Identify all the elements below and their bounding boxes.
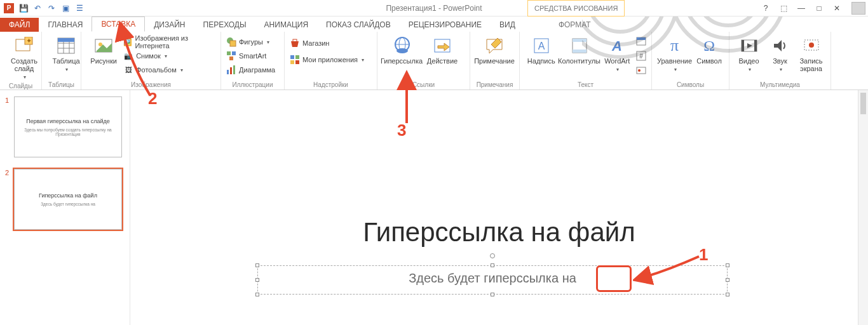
group-comments: Примечание Примечания bbox=[470, 32, 520, 90]
resize-handle[interactable] bbox=[726, 293, 729, 296]
screenshot-label: Снимок bbox=[136, 52, 161, 60]
resize-handle[interactable] bbox=[491, 263, 494, 267]
tab-insert[interactable]: ВСТАВКА bbox=[92, 17, 145, 32]
ribbon-tabs: ФАЙЛ ГЛАВНАЯ ВСТАВКА ДИЗАЙН ПЕРЕХОДЫ АНИ… bbox=[0, 17, 868, 32]
thumbnail-number: 2 bbox=[5, 169, 10, 176]
comment-icon bbox=[484, 36, 505, 56]
slide-canvas-area[interactable]: KONEKTO.RU Гиперссылка на файл Здесь буд… bbox=[130, 90, 868, 325]
wordart-label: WordArt bbox=[604, 57, 630, 65]
action-icon bbox=[432, 36, 452, 56]
online-pictures-label: Изображения из Интернета bbox=[135, 34, 215, 50]
action-button[interactable]: Действие bbox=[423, 34, 461, 65]
undo-icon[interactable]: ↶ bbox=[33, 4, 42, 13]
screen-recording-icon bbox=[801, 36, 822, 56]
save-icon[interactable]: 💾 bbox=[19, 4, 28, 13]
new-slide-button[interactable]: ✦ Создать слайд bbox=[5, 34, 43, 81]
tab-design[interactable]: ДИЗАЙН bbox=[145, 18, 194, 32]
new-slide-icon: ✦ bbox=[14, 36, 34, 56]
svg-text:A: A bbox=[538, 41, 545, 51]
slide-subtitle-textbox[interactable]: Здесь будет гиперссылка на bbox=[257, 265, 728, 295]
equation-label: Уравнение bbox=[657, 57, 692, 65]
group-slides-label: Слайды bbox=[5, 81, 36, 90]
pictures-button[interactable]: Рисунки bbox=[86, 34, 121, 65]
start-from-beginning-icon[interactable]: ▣ bbox=[61, 4, 70, 13]
thumbnail-1[interactable]: Первая гиперссылка на слайде Здесь мы по… bbox=[14, 96, 122, 157]
screenshot-button[interactable]: 📷 Снимок bbox=[123, 50, 215, 62]
table-button[interactable]: Таблица bbox=[47, 34, 85, 74]
audio-button[interactable]: Звук bbox=[766, 34, 794, 74]
group-links-label: Ссылки bbox=[383, 80, 465, 88]
ribbon-display-icon[interactable]: ⬚ bbox=[776, 4, 790, 13]
group-illustrations-label: Иллюстрации bbox=[226, 80, 279, 88]
tab-file[interactable]: ФАЙЛ bbox=[0, 18, 39, 32]
maximize-icon[interactable]: □ bbox=[812, 4, 826, 13]
audio-label: Звук bbox=[773, 57, 787, 65]
touch-mode-icon[interactable]: ☰ bbox=[75, 4, 84, 13]
annotation-rect-1 bbox=[596, 265, 632, 292]
vertical-scrollbar[interactable] bbox=[858, 90, 868, 325]
equation-button[interactable]: π Уравнение bbox=[657, 34, 692, 74]
resize-handle[interactable] bbox=[726, 263, 729, 267]
work-area: 1 Первая гиперссылка на слайде Здесь мы … bbox=[0, 90, 868, 325]
tab-animations[interactable]: АНИМАЦИЯ bbox=[255, 18, 317, 32]
svg-marker-52 bbox=[774, 40, 782, 51]
hyperlink-button[interactable]: Гиперссылка bbox=[383, 34, 421, 65]
slide-subtitle-text[interactable]: Здесь будет гиперссылка на bbox=[258, 266, 727, 286]
svg-rect-50 bbox=[754, 40, 757, 51]
svg-rect-28 bbox=[290, 60, 294, 64]
screen-recording-button[interactable]: Запись экрана bbox=[797, 34, 825, 72]
screen-recording-label: Запись экрана bbox=[797, 57, 825, 72]
resize-handle[interactable] bbox=[255, 263, 259, 267]
resize-handle[interactable] bbox=[726, 278, 729, 282]
group-text-label: Текст bbox=[525, 80, 646, 88]
thumbnail-item[interactable]: 1 Первая гиперссылка на слайде Здесь мы … bbox=[5, 96, 125, 157]
redo-icon[interactable]: ↷ bbox=[47, 4, 56, 13]
resize-handle[interactable] bbox=[255, 278, 259, 282]
thumbnail-2[interactable]: Гиперссылка на файл Здесь будет гиперссы… bbox=[14, 169, 122, 230]
store-button[interactable]: Магазин bbox=[290, 37, 372, 50]
rotate-handle[interactable] bbox=[490, 253, 495, 258]
photo-album-icon: 🖼 bbox=[123, 65, 133, 75]
help-icon[interactable]: ? bbox=[759, 4, 773, 13]
tab-transitions[interactable]: ПЕРЕХОДЫ bbox=[194, 18, 255, 32]
svg-rect-23 bbox=[230, 67, 232, 74]
tab-review[interactable]: РЕЦЕНЗИРОВАНИЕ bbox=[400, 18, 491, 32]
comment-button[interactable]: Примечание bbox=[475, 34, 513, 65]
group-tables-label: Таблицы bbox=[47, 80, 76, 88]
resize-handle[interactable] bbox=[491, 293, 494, 296]
myapps-button[interactable]: Мои приложения bbox=[290, 53, 372, 66]
slide-title[interactable]: Гиперссылка на файл bbox=[130, 217, 868, 248]
video-button[interactable]: Видео bbox=[735, 34, 763, 74]
thumbnail-item[interactable]: 2 Гиперссылка на файл Здесь будет гиперс… bbox=[5, 169, 125, 230]
smartart-button[interactable]: SmartArt bbox=[226, 50, 279, 62]
chart-button[interactable]: Диаграмма bbox=[226, 63, 279, 76]
shapes-icon bbox=[226, 37, 236, 47]
symbol-icon: Ω bbox=[699, 36, 719, 56]
wordart-button[interactable]: A WordArt bbox=[601, 34, 634, 74]
shapes-button[interactable]: Фигуры bbox=[226, 36, 279, 48]
pictures-label: Рисунки bbox=[90, 57, 117, 65]
tab-slideshow[interactable]: ПОКАЗ СЛАЙДОВ bbox=[317, 18, 400, 32]
headerfooter-button[interactable]: Колонтитулы bbox=[560, 34, 599, 65]
date-time-icon[interactable] bbox=[636, 36, 646, 49]
photo-album-button[interactable]: 🖼 Фотоальбом bbox=[123, 63, 215, 76]
scrollbar-thumb[interactable] bbox=[860, 93, 866, 114]
group-slides: ✦ Создать слайд Слайды bbox=[0, 32, 42, 90]
account-avatar[interactable] bbox=[851, 2, 865, 15]
symbol-button[interactable]: Ω Символ bbox=[695, 34, 724, 65]
group-tables: Таблица Таблицы bbox=[42, 32, 81, 90]
textbox-button[interactable]: A Надпись bbox=[525, 34, 558, 65]
tab-format[interactable]: ФОРМАТ bbox=[550, 18, 600, 32]
tab-view[interactable]: ВИД bbox=[491, 18, 524, 32]
svg-rect-14 bbox=[58, 38, 74, 42]
close-icon[interactable]: ✕ bbox=[830, 4, 844, 13]
tab-home[interactable]: ГЛАВНАЯ bbox=[39, 18, 92, 32]
slide-number-icon[interactable]: # bbox=[636, 51, 646, 63]
store-icon bbox=[290, 38, 300, 48]
resize-handle[interactable] bbox=[255, 293, 259, 296]
thumbnail-title: Первая гиперссылка на слайде bbox=[26, 118, 110, 125]
online-pictures-button[interactable]: 🖼️ Изображения из Интернета bbox=[123, 36, 215, 48]
object-icon[interactable] bbox=[636, 65, 646, 78]
minimize-icon[interactable]: — bbox=[794, 4, 808, 13]
online-pictures-icon: 🖼️ bbox=[123, 37, 132, 47]
